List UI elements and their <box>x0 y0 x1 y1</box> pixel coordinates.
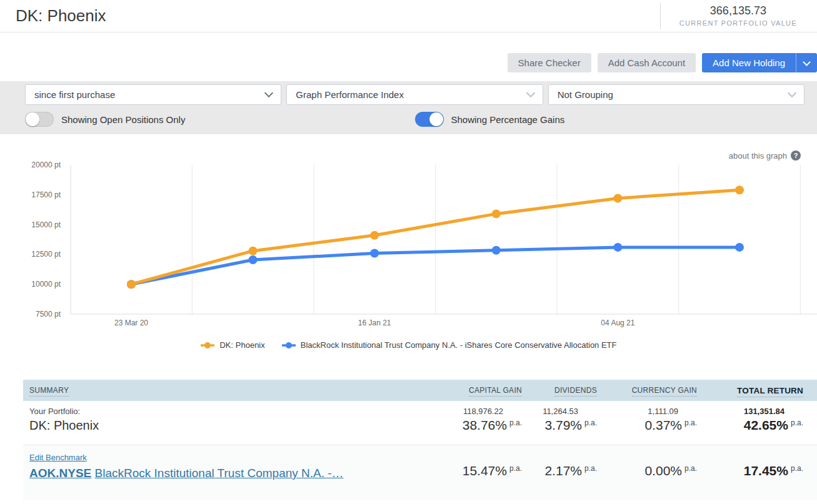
help-icon[interactable]: ? <box>791 151 801 161</box>
add-new-holding-split-button: Add New Holding <box>702 53 817 72</box>
per-annum-suffix: p.a. <box>791 418 803 427</box>
chart-section: about this graph ? 20000 pt17500 pt15000… <box>0 146 817 350</box>
capital-gain-value: 118,976.22 <box>428 407 522 416</box>
open-positions-toggle[interactable] <box>25 112 54 127</box>
currency-gain-pct: 0.37% <box>644 418 682 432</box>
add-new-holding-button[interactable]: Add New Holding <box>702 53 796 72</box>
svg-text:23 Mar 20: 23 Mar 20 <box>114 319 148 327</box>
benchmark-dividends-pct: 2.17% <box>544 463 582 478</box>
benchmark-total-return-pct: 17.45% <box>744 463 788 478</box>
column-header-currency-gain: CURRENCY GAIN <box>597 386 697 395</box>
line-dot-marker-icon <box>281 341 296 350</box>
toolbar: Share Checker Add Cash Account Add New H… <box>0 53 817 72</box>
total-return-cell: 131,351.84 42.65%p.a. <box>697 401 803 445</box>
about-this-graph-label: about this graph <box>729 151 787 161</box>
chevron-down-icon <box>788 89 796 97</box>
toggle-knob <box>429 112 443 126</box>
portfolio-summary-row: Your Portfolio: DK: Phoenix 118,976.22 3… <box>23 401 817 445</box>
about-this-graph-link[interactable]: about this graph ? <box>729 151 801 161</box>
per-annum-suffix: p.a. <box>584 464 597 473</box>
benchmark-name-link[interactable]: BlackRock Institutional Trust Company N.… <box>95 467 344 480</box>
per-annum-suffix: p.a. <box>791 464 803 473</box>
per-annum-suffix: p.a. <box>584 418 597 427</box>
add-cash-account-button[interactable]: Add Cash Account <box>598 53 696 72</box>
per-annum-suffix: p.a. <box>509 464 522 473</box>
legend-label-benchmark: BlackRock Institutional Trust Company N.… <box>301 340 617 350</box>
svg-text:15000 pt: 15000 pt <box>31 220 61 229</box>
graph-mode-select-value: Graph Performance Index <box>296 89 404 100</box>
svg-text:10000 pt: 10000 pt <box>31 280 61 289</box>
grouping-select-value: Not Grouping <box>558 89 613 100</box>
chart-legend: DK: Phoenix BlackRock Institutional Trus… <box>0 340 817 350</box>
portfolio-page: DK: Phoenix 366,135.73 CURRENT PORTFOLIO… <box>0 0 817 504</box>
add-new-holding-menu-button[interactable] <box>796 53 817 72</box>
page-title: DK: Phoenix <box>16 6 106 26</box>
svg-text:7500 pt: 7500 pt <box>36 310 61 319</box>
column-header-capital-gain: CAPITAL GAIN <box>428 386 522 395</box>
capital-gain-pct: 38.76% <box>463 418 507 432</box>
portfolio-name-cell: Your Portfolio: DK: Phoenix <box>23 401 428 445</box>
legend-label-portfolio: DK: Phoenix <box>219 340 264 350</box>
benchmark-row: Edit Benchmark AOK.NYSE BlackRock Instit… <box>23 445 817 500</box>
percentage-gains-toggle[interactable] <box>415 112 444 127</box>
open-positions-toggle-label: Showing Open Positions Only <box>61 114 185 125</box>
your-portfolio-label: Your Portfolio: <box>29 407 428 416</box>
percentage-gains-toggle-label: Showing Percentage Gains <box>451 114 565 125</box>
svg-text:17500 pt: 17500 pt <box>31 190 61 199</box>
portfolio-value-block: 366,135.73 CURRENT PORTFOLIO VALUE <box>660 3 816 29</box>
summary-table-header: SUMMARY CAPITAL GAIN DIVIDENDS CURRENCY … <box>23 380 817 401</box>
capital-gain-cell: 118,976.22 38.76%p.a. <box>428 401 522 445</box>
column-header-total-return: TOTAL RETURN <box>697 386 803 395</box>
legend-item-portfolio: DK: Phoenix <box>200 340 264 350</box>
benchmark-currency-gain-cell: 0.00%p.a. <box>597 445 697 500</box>
chevron-down-icon <box>526 89 535 97</box>
period-select[interactable]: since first purchase <box>25 84 281 105</box>
portfolio-name: DK: Phoenix <box>29 418 428 433</box>
currency-gain-cell: 1,111.09 0.37%p.a. <box>597 401 697 445</box>
edit-benchmark-link[interactable]: Edit Benchmark <box>29 453 87 462</box>
total-return-pct: 42.65% <box>744 418 788 432</box>
graph-mode-select[interactable]: Graph Performance Index <box>286 84 543 105</box>
portfolio-value-label: CURRENT PORTFOLIO VALUE <box>679 19 797 27</box>
toggle-row: Showing Open Positions Only Showing Perc… <box>25 112 804 127</box>
column-header-dividends: DIVIDENDS <box>522 386 597 395</box>
grouping-select[interactable]: Not Grouping <box>548 84 804 105</box>
line-dot-marker-icon <box>200 341 215 350</box>
open-positions-toggle-group: Showing Open Positions Only <box>25 112 410 127</box>
filter-band: since first purchase Graph Performance I… <box>0 81 817 134</box>
dividends-value: 11,264.53 <box>522 407 597 416</box>
currency-gain-value: 1,111.09 <box>597 407 697 416</box>
benchmark-dividends-cell: 2.17%p.a. <box>522 445 597 500</box>
benchmark-currency-gain-pct: 0.00% <box>644 463 682 478</box>
share-checker-button[interactable]: Share Checker <box>508 53 591 72</box>
benchmark-name-cell: Edit Benchmark AOK.NYSE BlackRock Instit… <box>23 445 428 500</box>
benchmark-total-return-cell: 17.45%p.a. <box>697 445 803 500</box>
legend-item-benchmark: BlackRock Institutional Trust Company N.… <box>281 340 617 350</box>
svg-text:04 Aug 21: 04 Aug 21 <box>601 319 634 327</box>
performance-chart[interactable]: 20000 pt17500 pt15000 pt12500 pt10000 pt… <box>0 146 817 333</box>
benchmark-capital-gain-pct: 15.47% <box>463 463 507 478</box>
dividends-pct: 3.79% <box>544 418 582 432</box>
period-select-value: since first purchase <box>34 89 115 100</box>
svg-text:20000 pt: 20000 pt <box>31 161 61 169</box>
per-annum-suffix: p.a. <box>684 464 697 473</box>
svg-text:16 Jan 21: 16 Jan 21 <box>358 319 391 327</box>
benchmark-capital-gain-cell: 15.47%p.a. <box>428 445 522 500</box>
column-header-summary: SUMMARY <box>23 386 428 395</box>
benchmark-ticker-link[interactable]: AOK.NYSE <box>29 467 91 480</box>
per-annum-suffix: p.a. <box>684 418 697 427</box>
percentage-gains-toggle-group: Showing Percentage Gains <box>415 112 800 127</box>
summary-table: SUMMARY CAPITAL GAIN DIVIDENDS CURRENCY … <box>23 380 817 500</box>
portfolio-value: 366,135.73 <box>710 4 766 17</box>
chevron-down-icon <box>803 58 811 66</box>
chevron-down-icon <box>264 89 273 97</box>
dividends-cell: 11,264.53 3.79%p.a. <box>522 401 597 445</box>
total-return-value: 131,351.84 <box>697 407 803 416</box>
per-annum-suffix: p.a. <box>509 418 522 427</box>
toggle-knob <box>26 112 39 126</box>
dropdown-row: since first purchase Graph Performance I… <box>25 84 804 105</box>
svg-text:12500 pt: 12500 pt <box>31 250 61 259</box>
page-header: DK: Phoenix 366,135.73 CURRENT PORTFOLIO… <box>0 0 817 32</box>
